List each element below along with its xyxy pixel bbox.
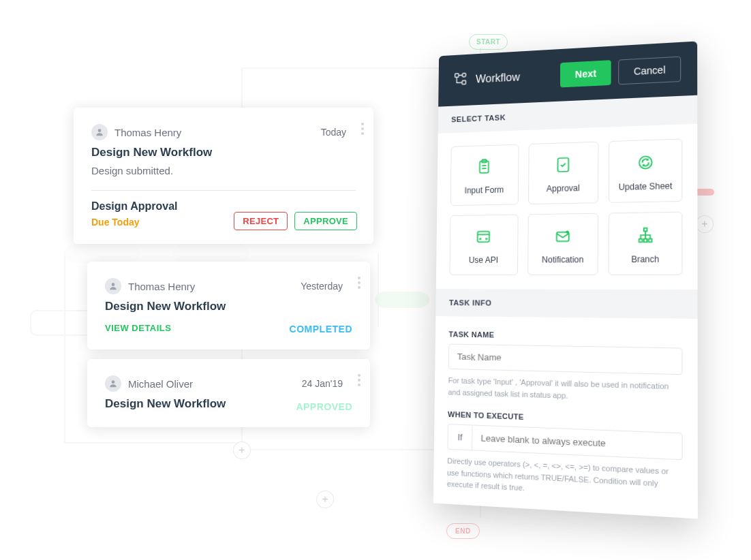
tile-label: Notification	[534, 255, 592, 265]
tile-label: Use API	[455, 255, 511, 264]
author-name: Thomas Henry	[114, 127, 181, 138]
svg-rect-20	[648, 239, 652, 243]
divider	[91, 190, 356, 191]
next-button[interactable]: Next	[560, 60, 611, 87]
author-name: Thomas Henry	[128, 281, 195, 292]
svg-point-9	[462, 73, 465, 77]
task-card: Thomas Henry Yesterday Design New Workfl…	[87, 262, 370, 349]
svg-rect-14	[478, 232, 489, 242]
svg-point-4	[98, 129, 102, 132]
cancel-button[interactable]: Cancel	[619, 57, 681, 85]
task-date: Yesterday	[301, 281, 343, 292]
add-node-button[interactable]: +	[316, 491, 334, 508]
clipboard-icon	[476, 158, 493, 176]
author-name: Michael Oliver	[128, 378, 193, 390]
field-label: TASK NAME	[448, 330, 682, 342]
svg-rect-19	[643, 239, 647, 243]
task-section: Design Approval	[91, 200, 356, 213]
add-node-button[interactable]: +	[696, 215, 714, 233]
mail-icon	[553, 227, 572, 245]
refresh-doc-icon	[636, 153, 655, 172]
status-badge: COMPLETED	[290, 324, 352, 335]
avatar	[91, 124, 108, 140]
avatar	[105, 278, 121, 294]
panel-title: Workflow	[476, 71, 520, 85]
tile-label: Input Form	[457, 185, 512, 196]
end-badge: END	[446, 523, 480, 539]
task-type-mail[interactable]: Notification	[527, 213, 599, 275]
task-type-check-shield[interactable]: Approval	[528, 142, 599, 205]
helper-text: Directly use operators (>, <, =, <>, <=,…	[447, 455, 683, 503]
task-type-refresh-doc[interactable]: Update Sheet	[609, 138, 682, 202]
if-prefix: If	[447, 424, 472, 450]
status-badge: APPROVED	[296, 401, 352, 412]
task-card: Michael Oliver 24 Jan'19 Design New Work…	[87, 359, 370, 427]
more-menu-icon[interactable]	[361, 123, 364, 135]
task-title: Design New Workflow	[91, 146, 356, 159]
avatar	[105, 375, 121, 392]
svg-rect-17	[643, 228, 647, 232]
helper-text: For task type 'Input' , 'Approval' it wi…	[448, 375, 682, 405]
task-card: Thomas Henry Today Design New Workflow D…	[74, 108, 373, 244]
svg-point-13	[639, 156, 652, 169]
api-icon	[475, 228, 493, 245]
svg-rect-18	[639, 239, 642, 243]
task-name-input[interactable]	[448, 344, 683, 375]
branch-icon	[636, 225, 655, 245]
approve-button[interactable]: APPROVE	[294, 212, 357, 230]
reject-button[interactable]: REJECT	[234, 212, 288, 230]
task-date: 24 Jan'19	[302, 378, 343, 389]
workflow-panel: Workflow Next Cancel SELECT TASK Input F…	[433, 41, 698, 518]
check-shield-icon	[554, 155, 572, 174]
workflow-icon	[453, 71, 468, 89]
task-subtitle: Design submitted.	[91, 165, 356, 176]
condition-input[interactable]	[472, 425, 682, 461]
tile-label: Update Sheet	[615, 181, 676, 193]
task-type-api[interactable]: Use API	[450, 215, 519, 275]
more-menu-icon[interactable]	[358, 374, 361, 386]
svg-rect-3	[375, 292, 429, 308]
task-type-clipboard[interactable]: Input Form	[450, 144, 519, 206]
task-date: Today	[321, 127, 346, 138]
task-type-branch[interactable]: Branch	[609, 212, 683, 275]
svg-rect-8	[462, 80, 465, 84]
section-header: TASK INFO	[435, 289, 697, 319]
tile-label: Branch	[615, 254, 675, 264]
start-badge: START	[469, 34, 508, 50]
task-title: Design New Workflow	[105, 300, 352, 313]
task-type-grid: Input FormApprovalUpdate SheetUse APINot…	[450, 138, 683, 275]
field-label: WHEN TO EXECUTE	[448, 410, 683, 427]
tile-label: Approval	[534, 183, 592, 193]
svg-rect-7	[455, 74, 459, 78]
add-node-button[interactable]: +	[233, 441, 251, 459]
svg-point-6	[112, 380, 115, 384]
more-menu-icon[interactable]	[358, 277, 361, 289]
svg-point-5	[112, 283, 115, 286]
